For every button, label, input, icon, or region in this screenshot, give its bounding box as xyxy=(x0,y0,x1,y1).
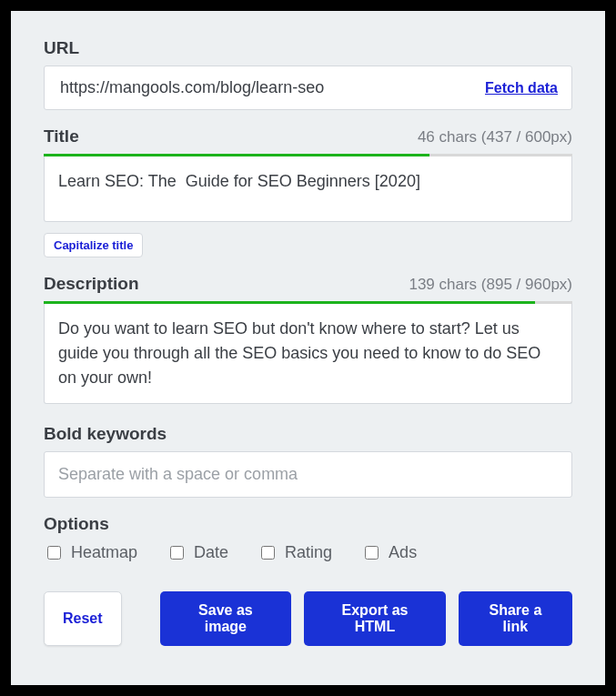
title-label: Title xyxy=(44,126,79,146)
action-buttons-row: Reset Save as image Export as HTML Share… xyxy=(44,591,572,646)
save-as-image-button[interactable]: Save as image xyxy=(160,591,292,646)
url-label: URL xyxy=(44,38,79,58)
date-checkbox[interactable] xyxy=(170,546,184,560)
option-rating: Rating xyxy=(258,543,332,562)
title-progress-fill xyxy=(44,154,429,156)
description-progress-bar xyxy=(44,301,572,304)
title-meta: 46 chars (437 / 600px) xyxy=(418,128,572,146)
option-date: Date xyxy=(167,543,228,562)
rating-label: Rating xyxy=(285,543,332,562)
url-input[interactable] xyxy=(58,77,476,98)
description-meta: 139 chars (895 / 960px) xyxy=(409,276,572,294)
fetch-data-link[interactable]: Fetch data xyxy=(485,80,558,96)
date-label: Date xyxy=(194,543,228,562)
title-input[interactable] xyxy=(44,156,572,222)
reset-button[interactable]: Reset xyxy=(44,591,122,646)
description-label: Description xyxy=(44,274,139,294)
description-field-group: Description 139 chars (895 / 960px) xyxy=(44,274,572,408)
title-field-group: Title 46 chars (437 / 600px) Capitalize … xyxy=(44,126,572,257)
option-heatmap: Heatmap xyxy=(44,543,137,562)
bold-keywords-label: Bold keywords xyxy=(44,424,167,444)
url-input-container: Fetch data xyxy=(44,66,572,110)
capitalize-title-button[interactable]: Capitalize title xyxy=(44,233,143,257)
bold-keywords-field-group: Bold keywords xyxy=(44,424,572,498)
url-field-group: URL Fetch data xyxy=(44,38,572,110)
share-a-link-button[interactable]: Share a link xyxy=(459,591,572,646)
rating-checkbox[interactable] xyxy=(261,546,275,560)
description-progress-fill xyxy=(44,301,535,304)
ads-checkbox[interactable] xyxy=(365,546,379,560)
title-progress-bar xyxy=(44,154,572,156)
serp-simulator-panel: URL Fetch data Title 46 chars (437 / 600… xyxy=(11,11,605,685)
heatmap-label: Heatmap xyxy=(71,543,137,562)
bold-keywords-input[interactable] xyxy=(44,451,572,498)
options-field-group: Options Heatmap Date Rating Ads xyxy=(44,514,572,562)
options-label: Options xyxy=(44,514,109,534)
export-as-html-button[interactable]: Export as HTML xyxy=(304,591,446,646)
description-input[interactable] xyxy=(44,304,572,404)
ads-label: Ads xyxy=(389,543,417,562)
option-ads: Ads xyxy=(361,543,417,562)
heatmap-checkbox[interactable] xyxy=(47,546,61,560)
